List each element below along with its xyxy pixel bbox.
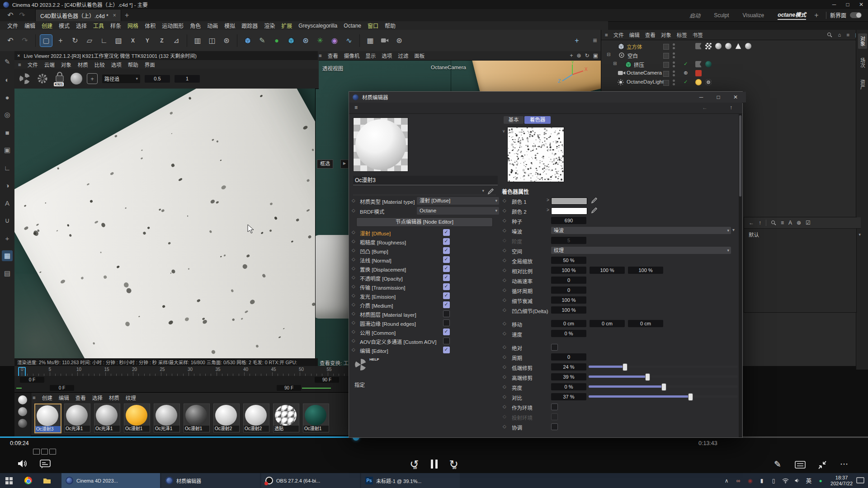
region-field[interactable]: 1 [175,75,200,83]
pen-tool-icon[interactable]: ✎ [2,56,13,67]
layout-list-icon[interactable] [49,449,56,455]
enabled-check-icon[interactable]: ✓ [684,79,688,85]
scale-tool[interactable]: ▱ [84,35,95,47]
axis-x-button[interactable]: X [127,35,139,47]
dropdown[interactable]: 纹理▾ [551,247,731,254]
chevron-down-icon[interactable]: ▾ [732,227,735,232]
sphere-tool-icon[interactable]: ● [2,92,13,103]
prop-checkbox[interactable] [551,344,558,351]
redcam-tag-icon[interactable] [695,70,702,76]
layer-toggle[interactable] [663,80,669,86]
eyedropper-icon[interactable] [591,207,598,213]
live-viewer-menu-item[interactable]: 文件 [28,61,38,68]
maximize-view-icon[interactable]: ▣ [593,52,598,59]
value-field[interactable]: 24 % [551,363,586,371]
menubar-item[interactable]: 工具 [93,22,104,29]
home-icon[interactable]: ⌂ [838,32,841,38]
prop-checkbox[interactable] [551,423,558,430]
side-tab-0[interactable]: 对象 [858,33,867,49]
color-swatch[interactable] [551,197,587,205]
layout-rows-icon[interactable] [41,449,48,455]
material-name-field[interactable]: Oc漫射3 [353,176,498,185]
live-viewer-close-icon[interactable]: × [17,53,20,58]
side-tab-1[interactable]: 场次 [858,55,867,70]
viewport-menu-item[interactable]: 过滤 [398,52,408,59]
channel-checkbox[interactable] [443,283,450,290]
hamburger-icon[interactable]: ≡ [354,104,358,111]
keyboard-icon[interactable] [795,461,806,469]
rewind-10-button[interactable]: ↺10 [410,459,419,469]
subtitle-icon[interactable] [40,459,51,469]
expander-icon[interactable]: ⊟ [607,52,610,57]
material-thumbnail[interactable]: Oc漫射2 [213,404,240,432]
visibility-dots[interactable] [673,70,675,76]
channel-row[interactable]: ◇凹凸 [Bump] [349,246,500,255]
menubar-item[interactable]: 帮助 [385,22,396,29]
value-field[interactable]: 0 % [551,330,586,337]
kernel-dropdown[interactable]: 路径追▾ [102,75,140,83]
viewport-camera-label[interactable]: OctaneCamera [431,65,466,70]
layer-toggle[interactable] [663,53,669,59]
octane-logo-icon[interactable] [18,72,32,85]
add-sphere-button[interactable]: ● [271,35,283,47]
channel-row[interactable]: ◇编辑 [Editor] [349,346,500,355]
expander-icon[interactable]: ⊞ [613,61,617,66]
channel-row[interactable]: ◇粗糙度 [Roughness] [349,237,500,246]
subsample-field[interactable]: 0.5 [145,75,170,83]
brdf-dropdown[interactable]: Octane▾ [417,207,499,215]
value-field[interactable]: 0 [551,286,586,294]
add-generator-button[interactable]: ⊛ [300,35,311,47]
object-manager-menu-item[interactable]: 编辑 [629,31,640,38]
menubar-item[interactable]: 网格 [127,22,138,29]
eyedropper-icon[interactable] [591,197,598,203]
object-row[interactable]: OctaneDayLight✓ [601,78,856,87]
channel-row[interactable]: ◇置换 [Displacement] [349,264,500,273]
editor-maximize-button[interactable]: □ [712,93,725,101]
slider-handle[interactable] [623,363,627,371]
viewport-menu-item[interactable]: 查看 [328,52,338,59]
eyedropper-icon[interactable] [488,188,494,194]
slider-handle[interactable] [688,393,693,401]
channel-checkbox[interactable] [443,310,450,317]
pause-button[interactable] [431,460,438,469]
side-tab-2[interactable]: 资产 [858,77,867,92]
object-manager-menu-item[interactable]: 书签 [693,31,703,38]
menubar-item[interactable]: 选择 [76,22,87,29]
add-cube-button[interactable] [242,35,254,47]
object-manager-menu-item[interactable]: 查看 [645,31,656,38]
value-field[interactable]: 100 % [551,267,586,274]
settings-gear-icon[interactable] [36,72,49,85]
workplane-button[interactable]: ⊿ [170,35,182,47]
menubar-item[interactable]: 动画 [207,22,218,29]
value-field[interactable]: 39 % [551,373,586,380]
search-icon[interactable] [771,220,776,225]
material-thumbnail[interactable]: Oc光泽1 [154,404,180,432]
undo-icon[interactable]: ↶ [5,35,16,47]
value-field[interactable]: 0 % [551,383,586,390]
material-ball-icon[interactable] [71,73,82,84]
menubar-item[interactable]: 文件 [7,22,18,29]
window-maximize-button[interactable]: □ [841,0,854,9]
teal-tag-icon[interactable] [705,61,712,67]
add-cloner-button[interactable]: ◉ [329,35,340,47]
back-icon[interactable]: ← [749,220,754,226]
menubar-item[interactable]: 窗口 [368,22,378,29]
material-thumbnail[interactable]: Oc光泽1 [94,404,120,432]
dropdown[interactable]: 噪波▾ [551,227,731,234]
viewport-menu-item[interactable]: 显示 [365,52,376,59]
value-field[interactable]: 690 [551,217,586,224]
redo-icon[interactable]: ↷ [16,9,28,21]
mic-tray-icon[interactable]: ▮ [757,476,766,485]
object-row[interactable]: 立方体 [601,42,856,51]
channel-row[interactable]: ◇不透明度 [Opacity] [349,273,500,282]
gear-tag-icon[interactable] [705,79,712,85]
material-thumbnail[interactable]: Oc漫射1 [303,404,329,432]
slider-handle[interactable] [645,373,650,381]
panel-expand-button[interactable]: ▶ [340,160,349,169]
target-icon[interactable]: ⊕ [684,70,688,76]
ring-tool-icon[interactable]: ◎ [2,109,13,120]
channel-checkbox[interactable] [443,338,450,344]
noise-texture-preview[interactable] [507,127,564,182]
material-thumbnail[interactable]: Oc漫射1 [124,404,150,432]
visibility-dots[interactable] [673,43,675,49]
